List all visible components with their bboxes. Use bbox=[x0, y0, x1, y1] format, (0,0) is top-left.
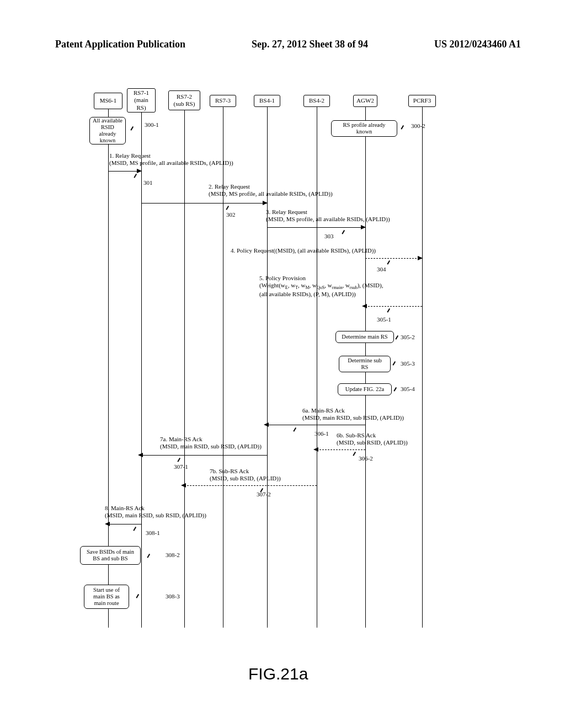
ref-302: 302 bbox=[226, 211, 236, 218]
msg-6a: 6a. Main-RS Ack (MSID, main RSID, sub RS… bbox=[302, 407, 404, 421]
arrow-head-8 bbox=[105, 522, 110, 526]
arrow-head-6a bbox=[264, 422, 269, 427]
tick-308-1 bbox=[133, 527, 136, 531]
msg-8: 8. Main-RS Ack (MSID, main RSID, sub RSI… bbox=[105, 505, 206, 519]
tick-306-2 bbox=[353, 452, 355, 456]
tick-306-1 bbox=[293, 427, 296, 432]
lane-rs72 bbox=[184, 110, 185, 628]
lifeline-rs71: RS7-1 (main RS) bbox=[127, 88, 156, 113]
tick-305-4 bbox=[393, 387, 396, 392]
arrow-3 bbox=[267, 227, 365, 228]
tick-305-2 bbox=[395, 335, 398, 340]
arrow-7b bbox=[184, 485, 317, 486]
ref-308-1: 308-1 bbox=[146, 529, 160, 536]
ref-308-2: 308-2 bbox=[166, 552, 180, 558]
arrow-head-3 bbox=[361, 225, 366, 229]
tick-305-1 bbox=[387, 308, 390, 313]
tick-305-3 bbox=[392, 361, 395, 366]
ref-305-3: 305-3 bbox=[401, 360, 415, 367]
arrow-head-5 bbox=[362, 304, 367, 308]
ref-304: 304 bbox=[377, 266, 386, 272]
arrow-head-4 bbox=[418, 256, 423, 260]
note-308-3: Start use of main BS as main route bbox=[84, 585, 129, 609]
ref-300-2: 300-2 bbox=[411, 122, 425, 129]
ref-306-2: 306-2 bbox=[359, 455, 373, 462]
arrow-head-1 bbox=[137, 169, 142, 173]
tick-303 bbox=[342, 230, 344, 234]
page-header: Patent Application Publication Sep. 27, … bbox=[0, 0, 565, 56]
arrow-head-7a bbox=[138, 453, 143, 457]
ref-303: 303 bbox=[324, 233, 334, 239]
arrow-7a bbox=[141, 455, 267, 456]
ref-305-2: 305-2 bbox=[401, 334, 415, 340]
msg-7b: 7b. Sub-RS Ack (MSID, sub RSID, (APLID)) bbox=[210, 468, 281, 482]
arrow-6b bbox=[317, 449, 365, 450]
arrow-6a bbox=[267, 425, 365, 425]
ref-306-1: 306-1 bbox=[315, 430, 329, 437]
ref-307-2: 307-2 bbox=[257, 491, 271, 497]
msg-2: 2. Relay Request (MSID, MS profile, all … bbox=[209, 183, 333, 197]
lane-rs71 bbox=[141, 113, 142, 628]
msg-5: 5. Policy Provision(Weight(wE, wT, wM, w… bbox=[259, 275, 383, 298]
msg-3: 3. Relay Request (MSID, MS profile, all … bbox=[266, 208, 390, 223]
note-300-1: All available RSID already known bbox=[89, 117, 126, 144]
msg-4: 4. Policy Request((MSID), (all available… bbox=[231, 247, 376, 254]
ref-305-1: 305-1 bbox=[377, 316, 391, 323]
arrow-2 bbox=[141, 203, 267, 204]
arrow-head-6b bbox=[313, 447, 318, 452]
header-left: Patent Application Publication bbox=[55, 39, 185, 50]
arrow-5 bbox=[365, 306, 422, 307]
note-305-3: Determine sub RS bbox=[339, 356, 391, 372]
tick-300-2 bbox=[401, 125, 403, 130]
arrow-4 bbox=[365, 258, 422, 259]
lifeline-rs73: RS7-3 bbox=[210, 95, 236, 107]
msg-1: 1. Relay Request (MSID, MS profile, all … bbox=[109, 152, 233, 167]
note-305-2: Determine main RS bbox=[335, 331, 394, 343]
msg-7a: 7a. Main-RS Ack (MSID, main RSID, sub RS… bbox=[160, 436, 262, 450]
lane-pcrf bbox=[422, 107, 423, 628]
lifeline-ms: MS6-1 bbox=[94, 93, 122, 109]
ref-307-1: 307-1 bbox=[174, 463, 188, 470]
lifeline-bs42: BS4-2 bbox=[303, 95, 330, 107]
tick-301 bbox=[134, 174, 136, 178]
lifeline-pcrf: PCRF3 bbox=[408, 95, 436, 107]
tick-308-3 bbox=[136, 594, 138, 598]
ref-300-1: 300-1 bbox=[145, 121, 159, 128]
ref-308-3: 308-3 bbox=[166, 593, 180, 599]
tick-308-2 bbox=[147, 554, 150, 558]
tick-304 bbox=[387, 260, 390, 265]
arrow-head-7b bbox=[181, 483, 186, 488]
header-right: US 2012/0243460 A1 bbox=[434, 39, 521, 50]
arrow-8 bbox=[108, 524, 141, 524]
figure-caption: FIG.21a bbox=[248, 665, 308, 683]
ref-301: 301 bbox=[143, 179, 153, 186]
msg-6b: 6b. Sub-RS Ack (MSID, sub RSID, (APLID)) bbox=[337, 432, 408, 446]
sequence-diagram: MS6-1 RS7-1 (main RS) RS7-2 (sub RS) RS7… bbox=[94, 88, 480, 651]
arrow-head-2 bbox=[263, 201, 268, 205]
note-308-2: Save BSIDs of main BS and sub BS bbox=[80, 546, 141, 565]
ref-305-4: 305-4 bbox=[401, 386, 415, 392]
tick-302 bbox=[226, 206, 228, 210]
note-305-4: Update FIG. 22a bbox=[338, 383, 392, 395]
tick-307-1 bbox=[177, 458, 180, 462]
lifeline-rs72: RS7-2 (sub RS) bbox=[168, 90, 200, 110]
note-300-2: RS profile already known bbox=[331, 120, 397, 137]
lifeline-agw: AGW2 bbox=[353, 95, 377, 107]
arrow-1 bbox=[108, 171, 141, 172]
lifeline-bs41: BS4-1 bbox=[254, 95, 280, 107]
tick-300-1 bbox=[130, 126, 133, 131]
header-center: Sep. 27, 2012 Sheet 38 of 94 bbox=[252, 39, 368, 50]
